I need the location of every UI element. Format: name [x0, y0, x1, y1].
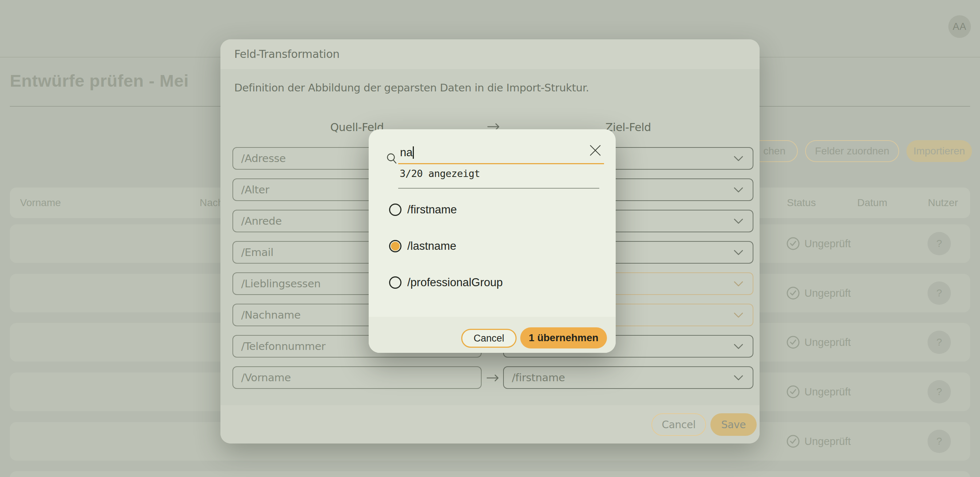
chevron-down-icon [734, 344, 743, 350]
check-circle-icon [786, 434, 800, 448]
source-field-value: /Vorname [241, 367, 291, 388]
field-select-popup: na 3/20 angezeigt /firstname /lastname /… [369, 129, 616, 353]
status-label: Ungeprüft [804, 238, 851, 250]
source-field-value: /Email [241, 242, 273, 263]
status-badge: Ungeprüft [786, 224, 851, 263]
column-header-nutzer: Nutzer [928, 188, 958, 218]
status-label: Ungeprüft [804, 337, 851, 348]
dialog-title: Feld-Transformation [234, 39, 340, 69]
dialog-footer: Cancel Save [220, 405, 760, 444]
avatar[interactable]: AA [948, 15, 971, 38]
column-header-datum: Datum [857, 188, 887, 218]
search-input[interactable]: na [400, 146, 414, 159]
check-circle-icon [786, 286, 800, 300]
search-value: na [400, 146, 412, 159]
screen: AA Entwürfe prüfen - Mei chen Felder zuo… [0, 0, 980, 477]
chevron-down-icon [734, 156, 743, 162]
option-professionalgroup[interactable]: /professionalGroup [369, 272, 616, 294]
source-field-value: /Nachname [241, 304, 301, 326]
help-button[interactable]: ? [928, 430, 951, 453]
status-label: Ungeprüft [804, 436, 851, 447]
column-header-vorname: Vorname [20, 188, 61, 218]
chevron-down-icon [734, 312, 743, 318]
mapping-row: /Vorname /firstname [220, 366, 760, 389]
search-underline [398, 163, 604, 164]
status-label: Ungeprüft [804, 287, 851, 299]
option-firstname[interactable]: /firstname [369, 199, 616, 221]
source-field-input[interactable]: /Vorname [232, 366, 482, 389]
target-field-select[interactable]: /firstname [503, 366, 753, 389]
row-arrow-icon [486, 374, 502, 382]
popup-footer: Cancel 1 übernehmen [369, 317, 616, 353]
check-circle-icon [786, 237, 800, 251]
option-label: /firstname [407, 199, 457, 221]
radio-icon[interactable] [389, 204, 401, 216]
text-cursor [413, 146, 414, 159]
check-circle-icon [786, 335, 800, 349]
dialog-cancel-button[interactable]: Cancel [651, 413, 706, 436]
status-badge: Ungeprüft [786, 372, 851, 411]
radio-icon[interactable] [389, 240, 401, 252]
option-lastname[interactable]: /lastname [369, 235, 616, 257]
target-field-value: /firstname [512, 367, 565, 388]
radio-icon[interactable] [389, 277, 401, 289]
dialog-description: Definition der Abbildung der geparsten D… [234, 81, 589, 94]
popup-cancel-button[interactable]: Cancel [461, 329, 517, 348]
source-field-value: /Alter [241, 179, 269, 200]
search-icon [386, 153, 398, 164]
action-button-importieren[interactable]: Importieren [907, 140, 972, 162]
chevron-down-icon [734, 250, 743, 256]
check-circle-icon [786, 385, 800, 399]
status-badge: Ungeprüft [786, 323, 851, 362]
page-title: Entwürfe prüfen - Mei [10, 71, 189, 91]
close-icon[interactable] [589, 144, 602, 157]
status-badge: Ungeprüft [786, 422, 851, 461]
chevron-down-icon [734, 281, 743, 287]
option-label: /lastname [407, 235, 456, 257]
help-button[interactable]: ? [928, 281, 951, 305]
chevron-down-icon [734, 375, 743, 381]
column-header-status: Status [787, 188, 816, 218]
source-field-value: /Lieblingsessen [241, 273, 321, 294]
popup-divider [398, 188, 599, 189]
source-field-value: /Telefonnummer [241, 336, 325, 357]
source-field-value: /Anrede [241, 210, 282, 232]
table-row[interactable] [10, 471, 970, 477]
help-button[interactable]: ? [928, 331, 951, 354]
action-button-felder-zuordnen[interactable]: Felder zuordnen [805, 140, 899, 162]
option-label: /professionalGroup [407, 272, 503, 294]
chevron-down-icon [734, 187, 743, 193]
status-label: Ungeprüft [804, 386, 851, 398]
result-count: 3/20 angezeigt [400, 168, 480, 179]
popup-apply-button[interactable]: 1 übernehmen [520, 328, 607, 348]
chevron-down-icon [734, 218, 743, 224]
dialog-save-button[interactable]: Save [710, 413, 757, 436]
help-button[interactable]: ? [928, 380, 951, 404]
help-button[interactable]: ? [928, 232, 951, 255]
status-badge: Ungeprüft [786, 274, 851, 312]
source-field-value: /Adresse [241, 148, 286, 169]
